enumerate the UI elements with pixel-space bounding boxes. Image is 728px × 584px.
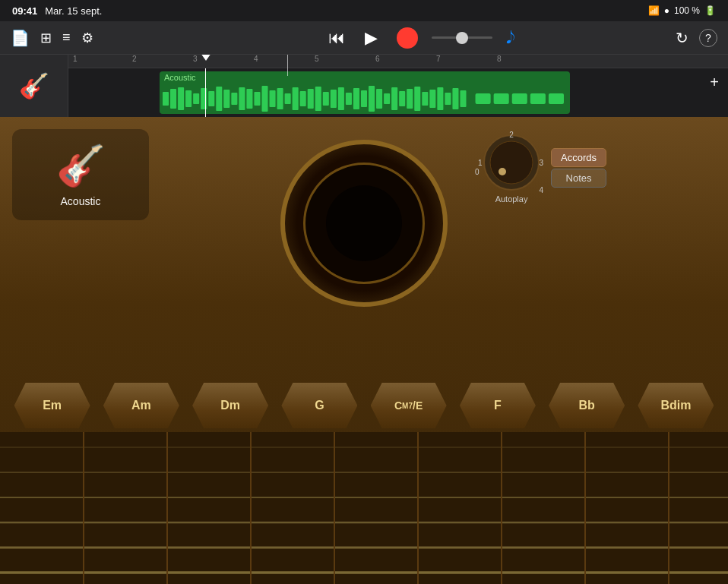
svg-rect-33 [414,87,420,111]
ruler-mark-3: 3 [193,55,198,63]
fretboard-svg [0,432,728,584]
autoplay-knob-container: 2 3 4 1 0 Autoplay [481,132,542,204]
instrument-area: 🎸 Acoustic 2 3 4 1 [0,117,728,584]
toolbar-right: ↻ ? [637,29,728,47]
svg-rect-5 [201,88,207,109]
playhead-triangle [201,55,211,61]
battery-icon: 🔋 [704,5,716,16]
waveform [160,84,570,114]
sound-hole-outer [280,140,448,307]
chord-f[interactable]: F [460,383,536,428]
volume-slider[interactable] [432,36,492,39]
knob-label-2: 2 [509,131,514,139]
audio-block-label: Acoustic [160,71,570,84]
mode-buttons: Accords Notes [551,148,606,188]
guitar-label: Acoustic [61,195,101,207]
svg-rect-36 [437,87,443,110]
svg-rect-23 [338,87,344,110]
svg-rect-22 [331,90,337,108]
chord-dm[interactable]: Dm [192,383,268,428]
track-area: 🎸 1 2 3 4 5 6 7 8 Acoustic [0,55,728,117]
timeline-ruler: 1 2 3 4 5 6 7 8 [68,55,728,68]
tracks-button[interactable]: ⊞ [40,30,52,46]
status-time: 09:41 [12,5,37,17]
knob-label-1: 1 [478,159,483,167]
ruler-mark-7: 7 [436,55,441,63]
chord-em[interactable]: Em [14,383,90,428]
autoplay-knob[interactable] [481,132,542,193]
playhead-line [205,68,206,117]
svg-rect-3 [185,90,191,107]
svg-rect-19 [308,89,314,109]
wifi-icon: 📶 [648,5,660,16]
svg-rect-26 [361,90,367,107]
help-button[interactable]: ? [699,29,717,47]
sound-hole-area [280,140,448,307]
track-header[interactable]: 🎸 [0,55,68,117]
svg-rect-32 [407,89,413,109]
svg-rect-39 [460,90,466,107]
svg-rect-6 [208,91,214,106]
record-button[interactable] [397,27,418,49]
sound-hole-inner [303,163,425,284]
battery-indicator: 100 % [674,5,700,16]
notes-button[interactable]: Notes [551,169,606,188]
svg-rect-29 [384,93,390,104]
svg-rect-4 [193,93,199,104]
ruler-mark-2: 2 [132,55,137,63]
svg-rect-40 [476,93,491,104]
signal-icon: ● [664,5,669,16]
svg-rect-1 [170,89,176,109]
chord-cm7e[interactable]: CM7/E [371,383,447,428]
svg-rect-43 [530,93,546,104]
track-content[interactable]: Acoustic [68,68,728,117]
settings-button[interactable]: ⚙ [81,30,93,46]
svg-rect-13 [261,86,267,112]
svg-rect-25 [353,88,359,109]
chord-am[interactable]: Am [103,383,179,428]
play-button[interactable]: ▶ [359,26,383,50]
accords-button[interactable]: Accords [551,148,606,167]
chord-bb[interactable]: Bb [549,383,625,428]
loop-button[interactable]: ↻ [676,29,688,47]
svg-rect-34 [422,92,428,106]
autoplay-area: 2 3 4 1 0 Autoplay Accords Notes [481,132,606,204]
guitar-panel[interactable]: 🎸 Acoustic [12,129,149,220]
svg-rect-24 [346,93,352,105]
chord-bdim[interactable]: Bdim [638,383,714,428]
ruler-marks: 1 2 3 4 5 6 7 8 [71,55,725,68]
svg-rect-38 [452,88,458,109]
add-track-button[interactable]: + [704,71,725,93]
svg-rect-28 [376,89,382,109]
mixer-button[interactable]: ≡ [62,30,71,46]
track-guitar-icon: 🎸 [19,71,49,100]
svg-rect-10 [239,87,245,110]
svg-rect-30 [391,87,397,110]
toolbar-left: 📄 ⊞ ≡ ⚙ [0,29,198,47]
track-timeline[interactable]: 1 2 3 4 5 6 7 8 Acoustic [68,55,728,117]
sound-hole-core [326,185,402,261]
chord-row: Em Am Dm G CM7/E F Bb Bdim [0,379,728,432]
svg-rect-42 [512,93,527,104]
rewind-button[interactable]: ⏮ [328,28,345,48]
svg-rect-17 [293,87,299,110]
fretboard[interactable] [0,432,728,584]
toolbar-center: ⏮ ▶ 𝅘𝅥𝅮 [198,26,637,50]
chord-g[interactable]: G [281,383,357,428]
svg-rect-15 [277,88,283,109]
svg-rect-0 [163,92,169,106]
svg-rect-12 [254,92,260,106]
svg-rect-16 [285,93,291,104]
svg-rect-11 [246,89,252,109]
audio-block[interactable]: Acoustic [160,71,570,114]
new-song-button[interactable]: 📄 [11,29,30,47]
ruler-mark-5: 5 [315,55,319,63]
knob-labels: 2 3 4 1 0 [481,132,542,193]
knob-label-0: 0 [475,168,480,176]
svg-rect-18 [300,91,306,106]
status-date: Mar. 15 sept. [45,5,102,17]
svg-point-46 [490,141,533,184]
svg-rect-44 [549,93,564,104]
svg-rect-37 [445,93,451,105]
guitar-image: 🎸 [56,143,106,189]
